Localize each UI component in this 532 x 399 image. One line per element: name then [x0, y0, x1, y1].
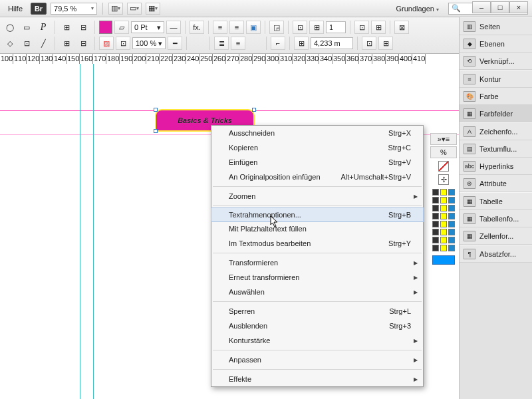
- panel-hyperlinks[interactable]: abcHyperlinks: [460, 158, 532, 175]
- frame-fit-icon[interactable]: ⊡: [293, 21, 307, 34]
- menu-item-anpassen[interactable]: Anpassen: [211, 352, 423, 367]
- panel-absatzfor[interactable]: ¶Absatzfor...: [460, 245, 532, 263]
- tool-text-icon[interactable]: P: [36, 21, 51, 34]
- fill-swatch[interactable]: [99, 21, 112, 34]
- misc-tool-b-icon[interactable]: ⊞: [371, 21, 386, 34]
- swatch-highlight[interactable]: [432, 255, 455, 265]
- distribute-icon[interactable]: ⊟: [76, 21, 90, 34]
- menu-item-an-originalposition-einf-gen[interactable]: An Originalposition einfügenAlt+Umschalt…: [211, 170, 423, 184]
- para-justify-icon[interactable]: ≣: [214, 37, 229, 50]
- none-swatch[interactable]: [438, 161, 449, 172]
- minimize-button[interactable]: –: [472, 1, 491, 13]
- menu-item-sperren[interactable]: SperrenStrg+L: [211, 304, 423, 319]
- menu-item-mit-platzhaltertext-f-llen[interactable]: Mit Platzhaltertext füllen: [211, 221, 423, 236]
- workspace-mode[interactable]: Grundlagen ▾: [390, 5, 444, 13]
- menu-item-kopieren[interactable]: KopierenStrg+C: [211, 140, 423, 155]
- tool-rect-icon[interactable]: ▭: [19, 21, 34, 34]
- panel-verknpf[interactable]: ⟲Verknüpf...: [460, 53, 532, 70]
- stroke-swatch[interactable]: ▱: [114, 21, 129, 34]
- maximize-button[interactable]: □: [491, 1, 509, 13]
- align-h-icon[interactable]: ⊞: [59, 37, 74, 50]
- menu-item-ausw-hlen[interactable]: Auswählen: [211, 285, 423, 299]
- misc-tool-e-icon[interactable]: ⊞: [378, 37, 393, 50]
- swatch-row[interactable]: [432, 197, 455, 205]
- menu-item-transformieren[interactable]: Transformieren: [211, 255, 423, 270]
- panel-farbe[interactable]: 🎨Farbe: [460, 88, 532, 105]
- swatch-row[interactable]: [432, 189, 455, 197]
- resize-handle[interactable]: [252, 108, 256, 112]
- menu-item-erneut-transformieren[interactable]: Erneut transformieren: [211, 270, 423, 285]
- menu-item-label: Einfügen: [229, 158, 257, 166]
- para-align-left-icon[interactable]: ≡: [213, 21, 227, 34]
- swatch-row[interactable]: [432, 221, 455, 229]
- none-swatch-icon[interactable]: ▨: [99, 37, 114, 50]
- guide-vertical[interactable]: [93, 64, 94, 399]
- scale-field[interactable]: 100 %▾: [132, 37, 166, 49]
- misc-tool-a-icon[interactable]: ⊡: [354, 21, 369, 34]
- panel-kontur[interactable]: ≡Kontur: [460, 70, 532, 88]
- arrange-docs-button[interactable]: ▦▾: [146, 3, 160, 15]
- align-v-icon[interactable]: ⊟: [76, 37, 90, 50]
- bridge-button[interactable]: Br: [31, 3, 47, 15]
- para-align-center-icon[interactable]: ≡: [229, 21, 244, 34]
- align-group-icon[interactable]: ⊞: [59, 21, 74, 34]
- menu-help[interactable]: Hilfe: [4, 3, 27, 14]
- panel-zeichenfo[interactable]: AZeichenfo...: [460, 123, 532, 140]
- misc-tool-d-icon[interactable]: ⊡: [362, 37, 376, 50]
- flyout-tint[interactable]: %: [430, 146, 457, 158]
- menu-item-ausschneiden[interactable]: AusschneidenStrg+X: [211, 126, 423, 140]
- flyout-collapse[interactable]: » ▾≡: [430, 133, 457, 145]
- count-field[interactable]: 1: [326, 21, 346, 33]
- measure-field[interactable]: 4,233 m: [311, 37, 353, 49]
- frame-fit2-icon[interactable]: ⊞: [309, 21, 324, 34]
- panel-textumflu[interactable]: ▤Textumflu...: [460, 140, 532, 158]
- separator: [102, 3, 103, 15]
- corner-icon[interactable]: ◲: [269, 21, 284, 34]
- textwrap-icon[interactable]: ▣: [246, 21, 261, 34]
- measure-icon[interactable]: ⊞: [294, 37, 309, 50]
- swatch-row[interactable]: [432, 205, 455, 213]
- menu-item-zoomen[interactable]: Zoomen: [211, 189, 423, 203]
- stroke-weight-field[interactable]: 0 Pt▾: [131, 21, 164, 33]
- screen-mode-button[interactable]: ▭▾: [127, 3, 142, 15]
- menu-separator: [213, 350, 422, 350]
- menu-item-label: Zoomen: [229, 192, 255, 200]
- guide-vertical[interactable]: [80, 64, 80, 399]
- panel-tabelle[interactable]: ▦Tabelle: [460, 193, 532, 210]
- menu-item-ausblenden[interactable]: AusblendenStrg+3: [211, 319, 423, 333]
- tool-ellipse-icon[interactable]: ◯: [3, 21, 17, 34]
- panel-label: Zeichenfo...: [479, 128, 517, 136]
- panel-seiten[interactable]: ▥Seiten: [460, 18, 532, 35]
- zoom-dropdown[interactable]: 79,5 % ▾: [51, 3, 97, 15]
- swatch-row[interactable]: [432, 245, 455, 253]
- menu-item-einf-gen[interactable]: EinfügenStrg+V: [211, 155, 423, 170]
- swatch-row[interactable]: [432, 237, 455, 245]
- line-style-icon[interactable]: ━: [168, 37, 182, 50]
- effects-icon[interactable]: fx.: [190, 21, 204, 34]
- cap-icon[interactable]: ⌐: [271, 37, 285, 50]
- misc-tool-c-icon[interactable]: ⊠: [394, 21, 409, 34]
- menu-item-textrahmenoptionen-[interactable]: Textrahmenoptionen...Strg+B: [211, 207, 424, 222]
- stroke-swap-icon[interactable]: ⊡: [116, 37, 130, 50]
- menu-item-konturst-rke[interactable]: Konturstärke: [211, 333, 423, 348]
- panel-tabellenfo[interactable]: ▦Tabellenfo...: [460, 210, 532, 227]
- panel-farbfelder[interactable]: ▦Farbfelder: [460, 105, 532, 122]
- swatch-row[interactable]: [432, 213, 455, 221]
- resize-handle[interactable]: [154, 108, 158, 112]
- resize-handle[interactable]: [154, 129, 158, 133]
- tool-shape-icon[interactable]: ◇: [3, 37, 17, 50]
- para-center-icon[interactable]: ≡: [231, 37, 245, 50]
- registration-swatch[interactable]: ✢: [438, 174, 449, 185]
- tool-path-icon[interactable]: ╱: [36, 37, 51, 50]
- view-options-button[interactable]: ▥▾: [108, 3, 123, 15]
- menu-item-im-textmodus-bearbeiten[interactable]: Im Textmodus bearbeitenStrg+Y: [211, 236, 423, 251]
- swatch-row[interactable]: [432, 229, 455, 237]
- panel-attribute[interactable]: ⊛Attribute: [460, 175, 532, 192]
- stroke-style-icon[interactable]: —: [166, 21, 181, 34]
- panel-zellenfor[interactable]: ▦Zellenfor...: [460, 227, 532, 245]
- tool-frame-icon[interactable]: ⊡: [19, 37, 34, 50]
- panel-ebenen[interactable]: ◆Ebenen: [460, 35, 532, 53]
- panel-icon: ▦: [464, 196, 475, 207]
- menu-item-effekte[interactable]: Effekte: [211, 372, 423, 386]
- close-button[interactable]: ×: [509, 1, 528, 13]
